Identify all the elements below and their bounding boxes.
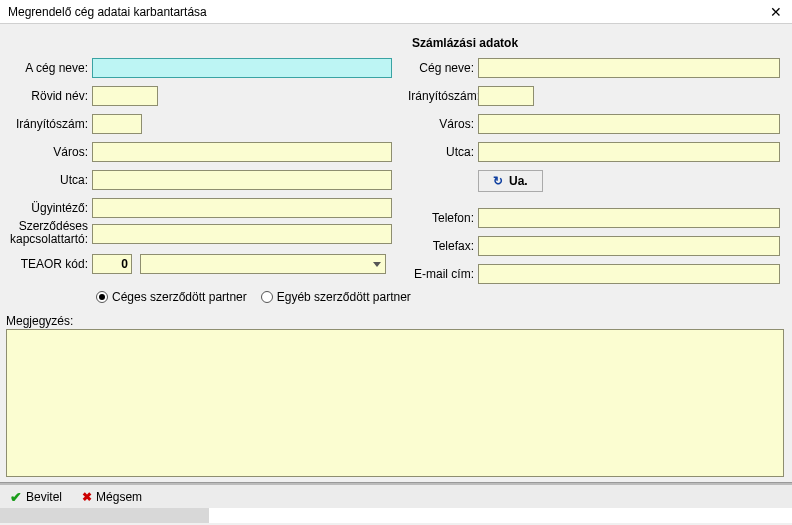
billing-section-title: Számlázási adatok bbox=[412, 36, 518, 50]
form-content: A cég neve: Rövid név: Irányítószám: Vár… bbox=[0, 24, 792, 484]
street-input[interactable] bbox=[92, 170, 392, 190]
billing-zip-input[interactable] bbox=[478, 86, 534, 106]
notes-label: Megjegyzés: bbox=[6, 314, 73, 328]
status-segment bbox=[0, 508, 210, 523]
clerk-label: Ügyintéző: bbox=[0, 201, 92, 215]
contact-label: Szerződéseskapcsolattartó: bbox=[0, 218, 92, 246]
teaor-label: TEAOR kód: bbox=[0, 257, 92, 271]
partner-ceges-radio[interactable]: Céges szerződött partner bbox=[96, 290, 247, 304]
billing-zip-label: Irányítószám: bbox=[408, 89, 478, 103]
partner-egyeb-radio[interactable]: Egyéb szerződött partner bbox=[261, 290, 411, 304]
billing-city-label: Város: bbox=[408, 117, 478, 131]
billing-street-input[interactable] bbox=[478, 142, 780, 162]
radio-on-icon bbox=[96, 291, 108, 303]
street-label: Utca: bbox=[0, 173, 92, 187]
teaor-code-input[interactable] bbox=[92, 254, 132, 274]
company-name-input[interactable] bbox=[92, 58, 392, 78]
teaor-select[interactable] bbox=[140, 254, 386, 274]
separator bbox=[0, 482, 792, 484]
billing-company-input[interactable] bbox=[478, 58, 780, 78]
clerk-input[interactable] bbox=[92, 198, 392, 218]
email-input[interactable] bbox=[478, 264, 780, 284]
city-input[interactable] bbox=[92, 142, 392, 162]
contact-input[interactable] bbox=[92, 224, 392, 244]
x-icon: ✖ bbox=[82, 490, 92, 504]
submit-button[interactable]: ✔ Bevitel bbox=[10, 489, 62, 505]
partner-type-group: Céges szerződött partner Egyéb szerződöt… bbox=[96, 290, 411, 304]
check-icon: ✔ bbox=[10, 489, 22, 505]
phone-label: Telefon: bbox=[408, 211, 478, 225]
footer-toolbar: ✔ Bevitel ✖ Mégsem bbox=[0, 484, 792, 508]
status-bar bbox=[0, 508, 792, 523]
cancel-button[interactable]: ✖ Mégsem bbox=[82, 490, 142, 504]
close-icon[interactable]: ✕ bbox=[766, 4, 786, 20]
email-label: E-mail cím: bbox=[408, 267, 478, 281]
refresh-icon: ↻ bbox=[493, 174, 503, 188]
fax-label: Telefax: bbox=[408, 239, 478, 253]
same-as-button[interactable]: ↻ Ua. bbox=[478, 170, 543, 192]
city-label: Város: bbox=[0, 145, 92, 159]
zip-label: Irányítószám: bbox=[0, 117, 92, 131]
billing-company-label: Cég neve: bbox=[408, 61, 478, 75]
window-title: Megrendelő cég adatai karbantartása bbox=[8, 5, 207, 19]
title-bar: Megrendelő cég adatai karbantartása ✕ bbox=[0, 0, 792, 24]
company-name-label: A cég neve: bbox=[0, 61, 92, 75]
billing-street-label: Utca: bbox=[408, 145, 478, 159]
billing-city-input[interactable] bbox=[478, 114, 780, 134]
radio-off-icon bbox=[261, 291, 273, 303]
phone-input[interactable] bbox=[478, 208, 780, 228]
fax-input[interactable] bbox=[478, 236, 780, 256]
short-name-input[interactable] bbox=[92, 86, 158, 106]
short-name-label: Rövid név: bbox=[0, 89, 92, 103]
notes-textarea[interactable] bbox=[6, 329, 784, 477]
zip-input[interactable] bbox=[92, 114, 142, 134]
